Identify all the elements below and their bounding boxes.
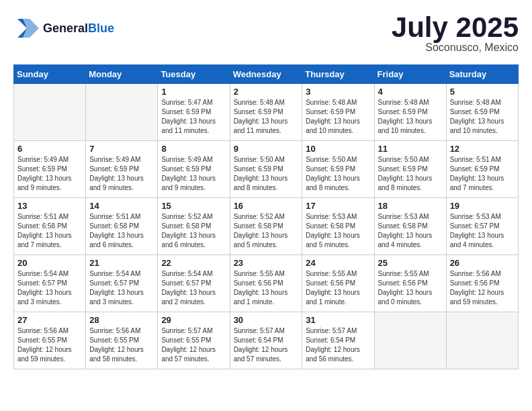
calendar-cell: 8Sunrise: 5:49 AM Sunset: 6:59 PM Daylig… <box>158 141 230 198</box>
calendar-cell: 26Sunrise: 5:56 AM Sunset: 6:56 PM Dayli… <box>446 255 518 312</box>
day-number: 1 <box>161 87 226 97</box>
title-block: July 2025 Soconusco, Mexico <box>392 13 519 54</box>
day-info: Sunrise: 5:57 AM Sunset: 6:54 PM Dayligh… <box>234 326 299 364</box>
day-info: Sunrise: 5:54 AM Sunset: 6:57 PM Dayligh… <box>17 269 82 307</box>
weekday-header-wednesday: Wednesday <box>230 65 302 84</box>
calendar-cell <box>86 84 158 141</box>
day-info: Sunrise: 5:54 AM Sunset: 6:57 PM Dayligh… <box>161 269 226 307</box>
day-info: Sunrise: 5:57 AM Sunset: 6:54 PM Dayligh… <box>306 326 370 364</box>
day-info: Sunrise: 5:48 AM Sunset: 6:59 PM Dayligh… <box>450 98 515 136</box>
calendar-cell: 22Sunrise: 5:54 AM Sunset: 6:57 PM Dayli… <box>158 255 230 312</box>
day-number: 29 <box>161 315 226 325</box>
day-info: Sunrise: 5:56 AM Sunset: 6:55 PM Dayligh… <box>89 326 154 364</box>
day-number: 20 <box>17 258 82 268</box>
day-number: 13 <box>17 201 82 211</box>
day-number: 8 <box>161 144 226 154</box>
day-info: Sunrise: 5:53 AM Sunset: 6:58 PM Dayligh… <box>306 212 370 250</box>
day-info: Sunrise: 5:47 AM Sunset: 6:59 PM Dayligh… <box>161 98 226 136</box>
calendar-cell: 5Sunrise: 5:48 AM Sunset: 6:59 PM Daylig… <box>446 84 518 141</box>
day-info: Sunrise: 5:56 AM Sunset: 6:56 PM Dayligh… <box>450 269 515 307</box>
calendar-week-1: 1Sunrise: 5:47 AM Sunset: 6:59 PM Daylig… <box>14 84 519 141</box>
calendar-cell: 11Sunrise: 5:50 AM Sunset: 6:59 PM Dayli… <box>374 141 446 198</box>
calendar-week-5: 27Sunrise: 5:56 AM Sunset: 6:55 PM Dayli… <box>14 312 519 369</box>
day-number: 19 <box>450 201 515 211</box>
day-info: Sunrise: 5:55 AM Sunset: 6:56 PM Dayligh… <box>306 269 370 307</box>
calendar-table: SundayMondayTuesdayWednesdayThursdayFrid… <box>13 64 519 369</box>
calendar-cell: 12Sunrise: 5:51 AM Sunset: 6:59 PM Dayli… <box>446 141 518 198</box>
day-number: 16 <box>234 201 299 211</box>
day-number: 12 <box>450 144 515 154</box>
calendar-cell: 2Sunrise: 5:48 AM Sunset: 6:59 PM Daylig… <box>230 84 302 141</box>
calendar-week-4: 20Sunrise: 5:54 AM Sunset: 6:57 PM Dayli… <box>14 255 519 312</box>
day-number: 10 <box>306 144 370 154</box>
day-number: 31 <box>306 315 370 325</box>
day-info: Sunrise: 5:52 AM Sunset: 6:58 PM Dayligh… <box>161 212 226 250</box>
calendar-cell: 19Sunrise: 5:53 AM Sunset: 6:57 PM Dayli… <box>446 198 518 255</box>
calendar-cell: 13Sunrise: 5:51 AM Sunset: 6:58 PM Dayli… <box>14 198 86 255</box>
calendar-cell: 9Sunrise: 5:50 AM Sunset: 6:59 PM Daylig… <box>230 141 302 198</box>
day-info: Sunrise: 5:54 AM Sunset: 6:57 PM Dayligh… <box>89 269 154 307</box>
day-number: 28 <box>89 315 154 325</box>
day-info: Sunrise: 5:56 AM Sunset: 6:55 PM Dayligh… <box>17 326 82 364</box>
day-info: Sunrise: 5:49 AM Sunset: 6:59 PM Dayligh… <box>17 155 82 193</box>
weekday-header-sunday: Sunday <box>14 65 86 84</box>
calendar-cell <box>446 312 518 369</box>
day-info: Sunrise: 5:51 AM Sunset: 6:59 PM Dayligh… <box>450 155 515 193</box>
weekday-header-saturday: Saturday <box>446 65 518 84</box>
weekday-header-row: SundayMondayTuesdayWednesdayThursdayFrid… <box>14 65 519 84</box>
calendar-cell: 30Sunrise: 5:57 AM Sunset: 6:54 PM Dayli… <box>230 312 302 369</box>
calendar-cell: 15Sunrise: 5:52 AM Sunset: 6:58 PM Dayli… <box>158 198 230 255</box>
calendar-cell: 27Sunrise: 5:56 AM Sunset: 6:55 PM Dayli… <box>14 312 86 369</box>
day-number: 18 <box>378 201 443 211</box>
day-info: Sunrise: 5:53 AM Sunset: 6:58 PM Dayligh… <box>378 212 443 250</box>
weekday-header-tuesday: Tuesday <box>158 65 230 84</box>
calendar-cell: 3Sunrise: 5:48 AM Sunset: 6:59 PM Daylig… <box>302 84 374 141</box>
day-number: 26 <box>450 258 515 268</box>
day-info: Sunrise: 5:50 AM Sunset: 6:59 PM Dayligh… <box>378 155 443 193</box>
day-info: Sunrise: 5:51 AM Sunset: 6:58 PM Dayligh… <box>17 212 82 250</box>
calendar-week-2: 6Sunrise: 5:49 AM Sunset: 6:59 PM Daylig… <box>14 141 519 198</box>
calendar-cell: 28Sunrise: 5:56 AM Sunset: 6:55 PM Dayli… <box>86 312 158 369</box>
calendar-cell: 18Sunrise: 5:53 AM Sunset: 6:58 PM Dayli… <box>374 198 446 255</box>
day-number: 27 <box>17 315 82 325</box>
logo: GeneralBlue <box>13 13 114 43</box>
day-number: 9 <box>234 144 299 154</box>
day-number: 24 <box>306 258 370 268</box>
calendar-cell: 31Sunrise: 5:57 AM Sunset: 6:54 PM Dayli… <box>302 312 374 369</box>
month-title: July 2025 <box>392 13 519 42</box>
day-number: 22 <box>161 258 226 268</box>
day-info: Sunrise: 5:50 AM Sunset: 6:59 PM Dayligh… <box>234 155 299 193</box>
calendar-cell: 17Sunrise: 5:53 AM Sunset: 6:58 PM Dayli… <box>302 198 374 255</box>
day-info: Sunrise: 5:48 AM Sunset: 6:59 PM Dayligh… <box>234 98 299 136</box>
day-info: Sunrise: 5:52 AM Sunset: 6:58 PM Dayligh… <box>234 212 299 250</box>
location: Soconusco, Mexico <box>392 42 519 54</box>
calendar-cell <box>374 312 446 369</box>
day-number: 4 <box>378 87 443 97</box>
calendar-cell <box>14 84 86 141</box>
day-number: 11 <box>378 144 443 154</box>
day-number: 7 <box>89 144 154 154</box>
calendar-week-3: 13Sunrise: 5:51 AM Sunset: 6:58 PM Dayli… <box>14 198 519 255</box>
calendar-cell: 23Sunrise: 5:55 AM Sunset: 6:56 PM Dayli… <box>230 255 302 312</box>
day-number: 23 <box>234 258 299 268</box>
calendar-cell: 29Sunrise: 5:57 AM Sunset: 6:55 PM Dayli… <box>158 312 230 369</box>
day-info: Sunrise: 5:48 AM Sunset: 6:59 PM Dayligh… <box>306 98 370 136</box>
day-info: Sunrise: 5:53 AM Sunset: 6:57 PM Dayligh… <box>450 212 515 250</box>
day-info: Sunrise: 5:48 AM Sunset: 6:59 PM Dayligh… <box>378 98 443 136</box>
day-info: Sunrise: 5:55 AM Sunset: 6:56 PM Dayligh… <box>234 269 299 307</box>
day-number: 25 <box>378 258 443 268</box>
calendar-cell: 25Sunrise: 5:55 AM Sunset: 6:56 PM Dayli… <box>374 255 446 312</box>
page-header: GeneralBlue July 2025 Soconusco, Mexico <box>13 13 519 54</box>
day-number: 17 <box>306 201 370 211</box>
calendar-cell: 4Sunrise: 5:48 AM Sunset: 6:59 PM Daylig… <box>374 84 446 141</box>
calendar-cell: 24Sunrise: 5:55 AM Sunset: 6:56 PM Dayli… <box>302 255 374 312</box>
calendar-cell: 10Sunrise: 5:50 AM Sunset: 6:59 PM Dayli… <box>302 141 374 198</box>
day-info: Sunrise: 5:49 AM Sunset: 6:59 PM Dayligh… <box>161 155 226 193</box>
day-info: Sunrise: 5:49 AM Sunset: 6:59 PM Dayligh… <box>89 155 154 193</box>
day-info: Sunrise: 5:50 AM Sunset: 6:59 PM Dayligh… <box>306 155 370 193</box>
calendar-cell: 7Sunrise: 5:49 AM Sunset: 6:59 PM Daylig… <box>86 141 158 198</box>
day-info: Sunrise: 5:51 AM Sunset: 6:58 PM Dayligh… <box>89 212 154 250</box>
calendar-cell: 21Sunrise: 5:54 AM Sunset: 6:57 PM Dayli… <box>86 255 158 312</box>
day-number: 6 <box>17 144 82 154</box>
day-number: 2 <box>234 87 299 97</box>
